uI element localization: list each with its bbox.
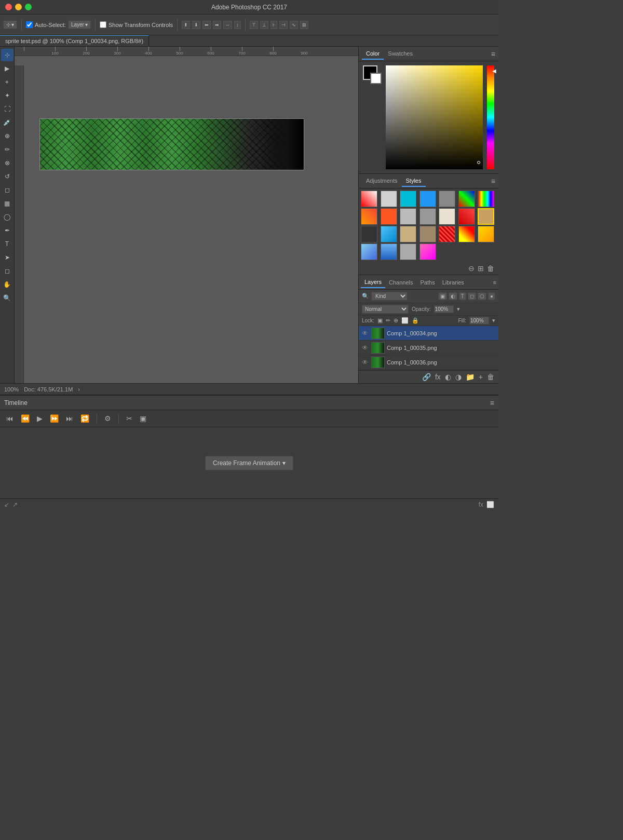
zoom-tool[interactable]: 🔍 — [1, 292, 13, 304]
style-swatch-10[interactable] — [400, 208, 416, 225]
layer-eye-2[interactable]: 👁 — [361, 359, 369, 366]
layer-row-1[interactable]: 👁Comp 1_00035.png — [359, 341, 498, 355]
timeline-cut-btn[interactable]: ✂ — [124, 413, 134, 424]
align-center-h-button[interactable]: ↔ — [223, 21, 232, 29]
style-swatch-19[interactable] — [439, 226, 455, 242]
maximize-button[interactable] — [25, 4, 32, 10]
layer-row-0[interactable]: 👁Comp 1_00034.png — [359, 326, 498, 341]
transform-controls-input[interactable] — [100, 21, 106, 28]
timeline-menu-btn[interactable]: ≡ — [490, 399, 494, 407]
timeline-settings-btn[interactable]: ⚙ — [102, 413, 113, 424]
close-button[interactable] — [5, 4, 12, 10]
bottom-right-btn[interactable]: ↗ — [12, 501, 18, 508]
style-swatch-16[interactable] — [381, 226, 397, 242]
style-swatch-7[interactable] — [478, 191, 494, 207]
bottom-left-btn[interactable]: ↙ — [4, 501, 9, 508]
shape-tool[interactable]: ◻ — [1, 265, 13, 277]
opacity-input[interactable] — [434, 305, 454, 313]
style-swatch-20[interactable] — [458, 226, 475, 242]
adjustment-btn[interactable]: ◑ — [455, 373, 462, 381]
status-arrow[interactable]: › — [78, 386, 80, 392]
align-left-button[interactable]: ➡ — [213, 21, 221, 29]
style-swatch-6[interactable] — [458, 191, 475, 207]
crop-tool[interactable]: ⛶ — [1, 103, 13, 115]
color-tab[interactable]: Color — [362, 48, 384, 60]
timeline-loop-btn[interactable]: 🔁 — [78, 413, 91, 424]
magic-wand-tool[interactable]: ✦ — [1, 89, 13, 102]
eyedropper-tool[interactable]: 💉 — [1, 116, 13, 129]
filter-pixel-btn[interactable]: ▣ — [438, 292, 447, 300]
brush-tool[interactable]: ✏ — [1, 143, 13, 156]
transform-controls-checkbox[interactable]: Show Transform Controls — [100, 21, 173, 28]
style-swatch-13[interactable] — [458, 208, 475, 225]
layer-eye-0[interactable]: 👁 — [361, 330, 369, 337]
healing-tool[interactable]: ⊕ — [1, 130, 13, 142]
layers-panel-options[interactable]: ≡ — [493, 279, 496, 286]
background-color[interactable] — [370, 73, 382, 84]
create-frame-animation-button[interactable]: Create Frame Animation ▾ — [205, 456, 293, 470]
dodge-tool[interactable]: ◯ — [1, 211, 13, 223]
distribute-left[interactable]: ⊣ — [279, 21, 288, 29]
stamp-tool[interactable]: ⊗ — [1, 157, 13, 169]
timeline-add-media-btn[interactable]: ▣ — [138, 413, 148, 424]
auto-select-input[interactable] — [26, 21, 33, 28]
color-panel-options[interactable]: ≡ — [491, 50, 495, 58]
style-swatch-9[interactable] — [381, 208, 397, 225]
layers-tab-layers[interactable]: Layers — [361, 277, 385, 288]
adjustments-tab[interactable]: Adjustments — [362, 175, 402, 187]
adj-delete-btn[interactable]: ⊖ — [468, 264, 475, 273]
lock-transparent-btn[interactable]: ▣ — [377, 317, 383, 324]
pen-tool[interactable]: ✒ — [1, 224, 13, 237]
style-swatch-22[interactable] — [361, 243, 377, 260]
filter-toggle-btn[interactable]: ● — [488, 292, 495, 300]
adj-new-btn[interactable]: ⊞ — [478, 264, 484, 273]
timeline-play-btn[interactable]: ▶ — [35, 413, 45, 424]
blend-mode-select[interactable]: Normal — [362, 305, 409, 314]
style-swatch-3[interactable] — [400, 191, 416, 207]
canvas-area[interactable] — [24, 56, 358, 383]
distribute-right[interactable]: ⊞ — [300, 21, 308, 29]
eraser-tool[interactable]: ◻ — [1, 184, 13, 196]
select-tool[interactable]: ▶ — [1, 62, 13, 75]
new-layer-btn[interactable]: + — [479, 373, 483, 381]
kind-select[interactable]: Kind — [371, 292, 408, 301]
lasso-tool[interactable]: ⌖ — [1, 76, 13, 88]
style-swatch-17[interactable] — [400, 226, 416, 242]
style-swatch-11[interactable] — [419, 208, 436, 225]
distribute-center-h[interactable]: ∿ — [290, 21, 298, 29]
timeline-last-btn[interactable]: ⏭ — [64, 413, 75, 424]
gradient-tool[interactable]: ▦ — [1, 197, 13, 210]
filter-smart-btn[interactable]: ⬡ — [478, 292, 486, 300]
mask-btn[interactable]: ◐ — [445, 373, 451, 381]
style-swatch-18[interactable] — [419, 226, 436, 242]
opacity-arrow[interactable]: ▾ — [457, 306, 460, 313]
mask-bottom-btn[interactable]: ⬜ — [486, 501, 494, 508]
move-tool[interactable]: ⊹ — [1, 49, 13, 61]
style-swatch-15[interactable] — [361, 226, 377, 242]
layer-row-2[interactable]: 👁Comp 1_00036.png — [359, 355, 498, 370]
style-swatch-24[interactable] — [400, 243, 416, 260]
distribute-center-v[interactable]: ⊥ — [260, 21, 268, 29]
style-swatch-2[interactable] — [381, 191, 397, 207]
color-spectrum[interactable] — [386, 65, 483, 169]
filter-type-btn[interactable]: T — [459, 292, 466, 300]
adj-panel-options[interactable]: ≡ — [491, 177, 495, 185]
delete-layer-btn[interactable]: 🗑 — [487, 373, 494, 381]
layers-tab-libraries[interactable]: Libraries — [439, 277, 468, 288]
distribute-bottom[interactable]: ⊦ — [270, 21, 277, 29]
align-right-button[interactable]: ↕ — [234, 21, 241, 29]
lock-artboard-btn[interactable]: ⬜ — [401, 317, 409, 324]
timeline-first-btn[interactable]: ⏮ — [4, 413, 16, 424]
style-swatch-25[interactable] — [419, 243, 436, 260]
path-tool[interactable]: ➤ — [1, 251, 13, 264]
history-tool[interactable]: ↺ — [1, 170, 13, 183]
lock-pixels-btn[interactable]: ✏ — [386, 317, 390, 324]
auto-select-checkbox[interactable]: Auto-Select: — [26, 21, 66, 28]
layers-tab-paths[interactable]: Paths — [417, 277, 439, 288]
fx-btn[interactable]: fx — [479, 501, 483, 508]
layers-tab-channels[interactable]: Channels — [385, 277, 416, 288]
layer-style-btn[interactable]: fx — [435, 373, 441, 381]
style-swatch-4[interactable] — [419, 191, 436, 207]
filter-shape-btn[interactable]: ◻ — [468, 292, 476, 300]
style-swatch-selected[interactable] — [478, 208, 494, 225]
